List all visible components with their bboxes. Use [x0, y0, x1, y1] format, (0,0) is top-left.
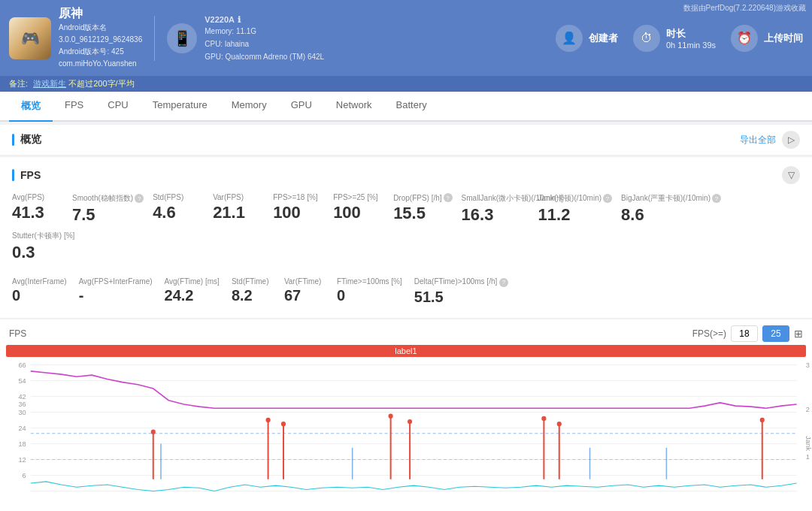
metric-var-fps: Var(FPS) 21.1	[213, 190, 273, 228]
app-name: 原神	[59, 6, 142, 22]
tab-cpu[interactable]: CPU	[95, 92, 140, 122]
svg-text:1: 1	[806, 453, 810, 461]
device-section: 📱 V2220A ℹ Memory: 11.1G CPU: lahaina GP…	[167, 13, 324, 63]
tab-temperature[interactable]: Temperature	[141, 92, 220, 122]
app-meta: Android版本名 3.0.0_9612129_9624836 Android…	[59, 22, 142, 70]
metric-drop-fps: Drop(FPS) [/h]? 15.5	[393, 190, 461, 228]
chart-wrapper: 66 54 42 36 30 24 18 12 6 3 2 1	[0, 357, 812, 512]
svg-point-33	[408, 419, 412, 423]
overview-title: 概览	[12, 133, 41, 147]
svg-text:12: 12	[18, 455, 26, 463]
duration-icon: ⏱	[633, 25, 660, 52]
svg-text:66: 66	[18, 361, 26, 368]
bigjank-info-icon[interactable]: ?	[712, 194, 721, 203]
svg-rect-0	[0, 357, 812, 512]
device-specs: Memory: 11.1G CPU: lahaina GPU: Qualcomm…	[205, 25, 324, 63]
tab-battery[interactable]: Battery	[384, 92, 439, 122]
svg-text:42: 42	[18, 392, 26, 400]
upload-text: 上传时间	[764, 32, 803, 45]
creator-stat: 👤 创建者	[556, 25, 618, 52]
duration-text: 时长 0h 11min 39s	[666, 27, 716, 50]
metric-smooth: Smooth(稳帧指数)? 7.5	[72, 190, 153, 228]
fps-chart-svg: 66 54 42 36 30 24 18 12 6 3 2 1	[0, 357, 812, 512]
metric-fps18: FPS>=18 [%] 100	[273, 190, 333, 228]
svg-point-39	[760, 417, 765, 422]
svg-text:36: 36	[18, 401, 26, 408]
svg-text:2: 2	[806, 406, 810, 413]
fps-section: FPS ▽ Avg(FPS) 41.3 Smooth(稳帧指数)? 7.5 St…	[0, 157, 812, 318]
creator-text: 创建者	[589, 32, 618, 45]
notes-link1[interactable]: 游戏新生	[33, 79, 66, 88]
watermark: 数据由PerfDog(7.2.220648)游戏收藏	[683, 3, 806, 14]
svg-text:24: 24	[18, 424, 26, 431]
app-info: 🎮 原神 Android版本名 3.0.0_9612129_9624836 An…	[9, 6, 142, 70]
svg-text:54: 54	[18, 376, 26, 384]
svg-text:30: 30	[18, 408, 26, 416]
svg-text:3: 3	[806, 361, 810, 368]
fps-gte-label: FPS(>=)	[692, 328, 726, 339]
fps-chart-container: FPS FPS(>=) ⊞ label1	[0, 319, 812, 512]
overview-section-header: 概览 导出全部 ▷	[0, 125, 812, 156]
svg-point-31	[389, 413, 393, 418]
drop-info-icon[interactable]: ?	[444, 193, 453, 202]
metric-jank: Jank(卡顿)(/10min)? 11.2	[538, 190, 621, 228]
divider	[154, 16, 155, 61]
fps-threshold-25[interactable]	[762, 325, 789, 342]
table-view-icon[interactable]: ⊞	[794, 328, 803, 340]
fps-metrics-row1: Avg(FPS) 41.3 Smooth(稳帧指数)? 7.5 Std(FPS)…	[12, 190, 800, 265]
device-name: V2220A ℹ	[205, 13, 324, 25]
tab-memory[interactable]: Memory	[220, 92, 279, 122]
device-info: V2220A ℹ Memory: 11.1G CPU: lahaina GPU:…	[205, 13, 324, 63]
overview-collapse-btn[interactable]: ▷	[782, 131, 800, 149]
app-avatar: 🎮	[9, 17, 51, 59]
metric-avg-ftime: Avg(FTime) [ms] 24.2	[165, 274, 232, 309]
tabs-bar: 概览 FPS CPU Temperature Memory GPU Networ…	[0, 92, 812, 122]
fps-controls: FPS(>=) ⊞	[692, 325, 803, 342]
chart-label-bar: label1	[6, 345, 806, 357]
duration-stat: ⏱ 时长 0h 11min 39s	[633, 25, 716, 52]
app-details: 原神 Android版本名 3.0.0_9612129_9624836 Andr…	[59, 6, 142, 70]
svg-point-25	[151, 429, 156, 434]
delta-info-icon[interactable]: ?	[499, 278, 508, 287]
metric-avg-fps: Avg(FPS) 41.3	[12, 190, 72, 228]
svg-point-35	[541, 416, 546, 420]
metric-std-ftime: Std(FTime) 8.2	[232, 274, 284, 309]
smooth-info-icon[interactable]: ?	[135, 194, 144, 203]
metric-delta-ftime: Delta(FTime)>100ms [/h] ? 51.5	[414, 274, 520, 309]
creator-icon: 👤	[556, 25, 583, 52]
metric-avg-fps-interframe: Avg(FPS+InterFrame) -	[79, 274, 165, 309]
header-stats: 👤 创建者 ⏱ 时长 0h 11min 39s ⏰ 上传时间	[336, 25, 803, 52]
svg-point-29	[281, 422, 286, 426]
tab-fps[interactable]: FPS	[53, 92, 95, 122]
notes-prefix: 备注:	[9, 79, 28, 88]
notes-sep: 不超过200字/平均	[68, 79, 134, 88]
svg-point-27	[266, 417, 271, 422]
tab-network[interactable]: Network	[324, 92, 384, 122]
upload-icon: ⏰	[731, 25, 758, 52]
svg-point-37	[557, 422, 562, 426]
chart-header: FPS FPS(>=) ⊞	[0, 325, 812, 345]
fps-collapse-btn[interactable]: ▽	[782, 166, 800, 184]
metric-stutter: Stutter(卡顿率) [%] 0.3	[12, 228, 83, 265]
metric-ftime-100ms: FTime>=100ms [%] 0	[337, 274, 414, 309]
metric-small-jank: SmallJank(微小卡顿)(/10min)? 16.3	[462, 190, 538, 228]
tab-overview[interactable]: 概览	[9, 92, 53, 122]
jank-info-icon[interactable]: ?	[603, 194, 612, 203]
metric-var-ftime: Var(FTime) 67	[284, 274, 337, 309]
metric-fps25: FPS>=25 [%] 100	[333, 190, 393, 228]
device-info-icon: ℹ	[238, 15, 241, 24]
chart-fps-label: FPS	[9, 328, 26, 339]
fps-metrics-row2: Avg(InterFrame) 0 Avg(FPS+InterFrame) - …	[12, 274, 800, 309]
metric-std-fps: Std(FPS) 4.6	[153, 190, 213, 228]
fps-title: FPS	[12, 169, 41, 181]
svg-text:Jank: Jank	[804, 436, 812, 451]
metric-big-jank: BigJank(严重卡顿)(/10min)? 8.6	[621, 190, 730, 228]
notes-bar: 备注: 游戏新生 不超过200字/平均	[0, 76, 812, 92]
upload-stat: ⏰ 上传时间	[731, 25, 803, 52]
tab-gpu[interactable]: GPU	[279, 92, 324, 122]
export-button[interactable]: 导出全部	[740, 134, 776, 147]
device-icon: 📱	[167, 23, 197, 53]
fps-threshold-18[interactable]	[731, 325, 758, 342]
svg-text:6: 6	[23, 471, 26, 479]
metric-avg-interframe: Avg(InterFrame) 0	[12, 274, 79, 309]
